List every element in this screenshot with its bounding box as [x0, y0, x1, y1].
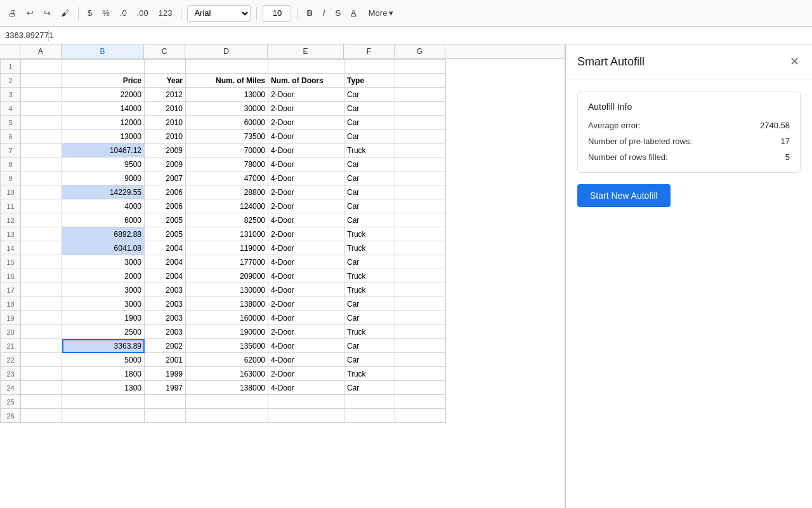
cell-a9[interactable] [21, 171, 62, 185]
cell-e15[interactable]: 4-Door [268, 255, 344, 269]
cell-d17[interactable]: 130000 [186, 283, 268, 297]
cell-c18[interactable]: 2003 [145, 297, 186, 311]
cell-g10[interactable] [395, 185, 446, 199]
cell-d9[interactable]: 47000 [186, 171, 268, 185]
col-header-c[interactable]: C [144, 44, 185, 58]
col-header-g[interactable]: G [395, 44, 445, 58]
undo-button[interactable]: ↩ [23, 6, 37, 20]
cell-a11[interactable] [21, 199, 62, 213]
cell-f2[interactable]: Type [344, 74, 395, 88]
cell-g15[interactable] [395, 255, 446, 269]
cell-f17[interactable]: Truck [344, 283, 395, 297]
cell-c21[interactable]: 2002 [145, 339, 186, 353]
cell-d24[interactable]: 138000 [186, 381, 268, 395]
cell-a6[interactable] [21, 130, 62, 144]
cell-b19[interactable]: 1900 [62, 311, 145, 325]
cell-c4[interactable]: 2010 [145, 102, 186, 116]
bold-button[interactable]: B [303, 6, 315, 20]
cell-g6[interactable] [395, 130, 446, 144]
cell-e6[interactable]: 4-Door [268, 130, 344, 144]
print-button[interactable]: 🖨 [5, 6, 20, 20]
cell-f13[interactable]: Truck [344, 227, 395, 241]
cell-b7[interactable]: 10467.12 [62, 144, 145, 157]
cell-e22[interactable]: 4-Door [268, 353, 344, 367]
cell-c20[interactable]: 2003 [145, 325, 186, 339]
cell-a18[interactable] [21, 297, 62, 311]
cell-d21[interactable]: 135000 [186, 339, 268, 353]
sheet-body[interactable]: 12PriceYearNum. of MilesNum. of DoorsTyp… [0, 59, 565, 508]
cell-e21[interactable]: 4-Door [268, 339, 344, 353]
cell-b20[interactable]: 2500 [62, 325, 145, 339]
col-header-f[interactable]: F [344, 44, 395, 58]
cell-f19[interactable]: Car [344, 311, 395, 325]
cell-c2[interactable]: Year [145, 74, 186, 88]
cell-a12[interactable] [21, 213, 62, 227]
decimal00-button[interactable]: .00 [134, 6, 152, 20]
cell-b12[interactable]: 6000 [62, 213, 145, 227]
cell-e3[interactable]: 2-Door [268, 88, 344, 102]
cell-f10[interactable]: Car [344, 185, 395, 199]
cell-c3[interactable]: 2012 [145, 88, 186, 102]
cell-a21[interactable] [21, 339, 62, 353]
cell-e25[interactable] [268, 395, 344, 409]
cell-d18[interactable]: 138000 [186, 297, 268, 311]
cell-d7[interactable]: 70000 [186, 144, 268, 157]
paint-format-button[interactable]: 🖌 [58, 6, 72, 20]
cell-c25[interactable] [145, 395, 186, 409]
cell-d2[interactable]: Num. of Miles [186, 74, 268, 88]
cell-g8[interactable] [395, 157, 446, 171]
cell-g4[interactable] [395, 102, 446, 116]
cell-e16[interactable]: 4-Door [268, 269, 344, 283]
strikethrough-button[interactable]: S [332, 6, 344, 20]
cell-c10[interactable]: 2006 [145, 185, 186, 199]
cell-b17[interactable]: 3000 [62, 283, 145, 297]
cell-e26[interactable] [268, 409, 344, 423]
cell-a8[interactable] [21, 157, 62, 171]
cell-e14[interactable]: 4-Door [268, 241, 344, 255]
cell-c7[interactable]: 2009 [145, 144, 186, 157]
cell-a15[interactable] [21, 255, 62, 269]
cell-f6[interactable]: Car [344, 130, 395, 144]
underline-button[interactable]: A [348, 6, 360, 20]
cell-c17[interactable]: 2003 [145, 283, 186, 297]
cell-e17[interactable]: 4-Door [268, 283, 344, 297]
cell-c1[interactable] [145, 60, 186, 74]
cell-b22[interactable]: 5000 [62, 353, 145, 367]
cell-d20[interactable]: 190000 [186, 325, 268, 339]
cell-e13[interactable]: 2-Door [268, 227, 344, 241]
cell-g14[interactable] [395, 241, 446, 255]
cell-e23[interactable]: 2-Door [268, 367, 344, 381]
cell-d8[interactable]: 78000 [186, 157, 268, 171]
cell-a16[interactable] [21, 269, 62, 283]
cell-d4[interactable]: 30000 [186, 102, 268, 116]
cell-g5[interactable] [395, 116, 446, 130]
cell-a26[interactable] [21, 409, 62, 423]
cell-a22[interactable] [21, 353, 62, 367]
cell-d22[interactable]: 62000 [186, 353, 268, 367]
cell-d1[interactable] [186, 60, 268, 74]
cell-g19[interactable] [395, 311, 446, 325]
cell-f11[interactable]: Car [344, 199, 395, 213]
cell-d11[interactable]: 124000 [186, 199, 268, 213]
cell-c5[interactable]: 2010 [145, 116, 186, 130]
cell-g3[interactable] [395, 88, 446, 102]
redo-button[interactable]: ↪ [41, 6, 54, 20]
cell-e18[interactable]: 2-Door [268, 297, 344, 311]
panel-close-button[interactable]: ✕ [789, 53, 801, 70]
cell-d16[interactable]: 209000 [186, 269, 268, 283]
cell-c6[interactable]: 2010 [145, 130, 186, 144]
cell-a17[interactable] [21, 283, 62, 297]
cell-g2[interactable] [395, 74, 446, 88]
cell-a23[interactable] [21, 367, 62, 381]
cell-b6[interactable]: 13000 [62, 130, 145, 144]
cell-b18[interactable]: 3000 [62, 297, 145, 311]
cell-f8[interactable]: Car [344, 157, 395, 171]
cell-f1[interactable] [344, 60, 395, 74]
cell-c15[interactable]: 2004 [145, 255, 186, 269]
cell-d10[interactable]: 28800 [186, 185, 268, 199]
cell-d25[interactable] [186, 395, 268, 409]
cell-f20[interactable]: Truck [344, 325, 395, 339]
cell-d6[interactable]: 73500 [186, 130, 268, 144]
cell-e4[interactable]: 2-Door [268, 102, 344, 116]
cell-g16[interactable] [395, 269, 446, 283]
